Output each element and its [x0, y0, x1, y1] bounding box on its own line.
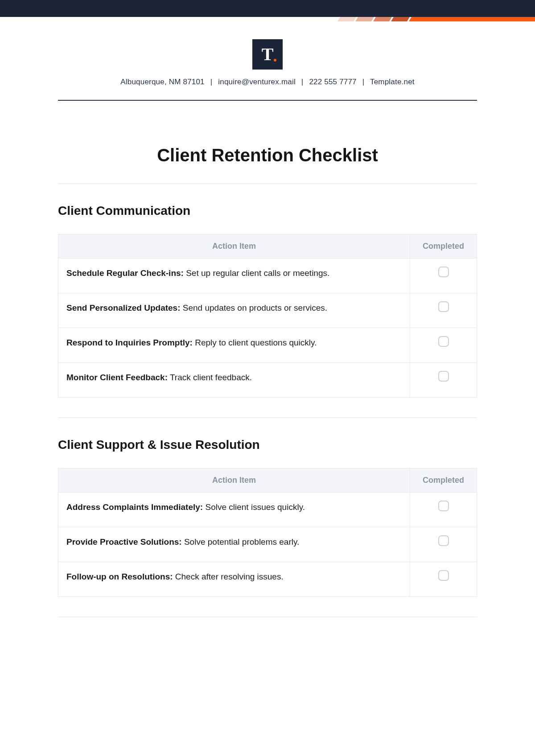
- contact-site: Template.net: [370, 78, 415, 86]
- action-item-cell: Monitor Client Feedback: Track client fe…: [58, 363, 410, 398]
- column-header-completed: Completed: [410, 234, 477, 259]
- separator-icon: |: [362, 78, 365, 86]
- action-item-cell: Send Personalized Updates: Send updates …: [58, 293, 410, 328]
- completed-cell: [410, 363, 477, 398]
- table-row: Respond to Inquiries Promptly: Reply to …: [58, 328, 477, 363]
- action-item-desc: Check after resolving issues.: [173, 572, 284, 581]
- column-header-action: Action Item: [58, 468, 410, 493]
- action-item-cell: Schedule Regular Check-ins: Set up regul…: [58, 259, 410, 293]
- checkbox[interactable]: [438, 570, 449, 581]
- separator-icon: |: [210, 78, 213, 86]
- action-item-title: Respond to Inquiries Promptly:: [66, 338, 193, 347]
- title-divider: [58, 183, 477, 184]
- checkbox[interactable]: [438, 267, 449, 277]
- document-body: T Albuquerque, NM 87101 | inquire@ventur…: [0, 17, 535, 617]
- action-item-desc: Reply to client questions quickly.: [193, 338, 317, 347]
- section-heading: Client Support & Issue Resolution: [58, 438, 477, 452]
- contact-phone: 222 555 7777: [309, 78, 356, 86]
- action-item-title: Address Complaints Immediately:: [66, 502, 203, 512]
- checklist-table: Action ItemCompletedSchedule Regular Che…: [58, 234, 477, 398]
- contact-address: Albuquerque, NM 87101: [120, 78, 205, 86]
- table-row: Send Personalized Updates: Send updates …: [58, 293, 477, 328]
- logo-letter: T: [262, 45, 274, 63]
- checkbox[interactable]: [438, 371, 449, 382]
- action-item-desc: Set up regular client calls or meetings.: [184, 268, 329, 278]
- completed-cell: [410, 293, 477, 328]
- separator-icon: |: [301, 78, 304, 86]
- action-item-title: Schedule Regular Check-ins:: [66, 268, 184, 278]
- header-bar: [0, 0, 535, 17]
- contact-email: inquire@venturex.mail: [218, 78, 296, 86]
- column-header-action: Action Item: [58, 234, 410, 259]
- action-item-title: Follow-up on Resolutions:: [66, 572, 173, 581]
- column-header-completed: Completed: [410, 468, 477, 493]
- header-rule: [58, 100, 477, 101]
- action-item-cell: Follow-up on Resolutions: Check after re…: [58, 562, 410, 597]
- brand-logo: T: [252, 39, 283, 70]
- action-item-title: Send Personalized Updates:: [66, 303, 181, 312]
- checkbox[interactable]: [438, 301, 449, 312]
- action-item-title: Provide Proactive Solutions:: [66, 537, 182, 546]
- completed-cell: [410, 328, 477, 363]
- action-item-desc: Solve client issues quickly.: [203, 502, 305, 512]
- section-divider: [58, 616, 477, 617]
- table-row: Schedule Regular Check-ins: Set up regul…: [58, 259, 477, 293]
- completed-cell: [410, 493, 477, 527]
- action-item-cell: Address Complaints Immediately: Solve cl…: [58, 493, 410, 527]
- table-row: Follow-up on Resolutions: Check after re…: [58, 562, 477, 597]
- contact-line: Albuquerque, NM 87101 | inquire@venturex…: [58, 78, 477, 86]
- checkbox[interactable]: [438, 501, 449, 511]
- page-title: Client Retention Checklist: [58, 145, 477, 165]
- action-item-desc: Solve potential problems early.: [182, 537, 300, 546]
- action-item-title: Monitor Client Feedback:: [66, 373, 168, 382]
- table-row: Monitor Client Feedback: Track client fe…: [58, 363, 477, 398]
- table-row: Address Complaints Immediately: Solve cl…: [58, 493, 477, 527]
- header-accent: [339, 17, 535, 21]
- action-item-cell: Provide Proactive Solutions: Solve poten…: [58, 527, 410, 562]
- checkbox[interactable]: [438, 535, 449, 546]
- section-divider: [58, 417, 477, 418]
- table-row: Provide Proactive Solutions: Solve poten…: [58, 527, 477, 562]
- action-item-cell: Respond to Inquiries Promptly: Reply to …: [58, 328, 410, 363]
- action-item-desc: Send updates on products or services.: [181, 303, 328, 312]
- completed-cell: [410, 259, 477, 293]
- completed-cell: [410, 562, 477, 597]
- action-item-desc: Track client feedback.: [168, 373, 252, 382]
- checkbox[interactable]: [438, 336, 449, 347]
- section-heading: Client Communication: [58, 204, 477, 218]
- checklist-table: Action ItemCompletedAddress Complaints I…: [58, 468, 477, 597]
- completed-cell: [410, 527, 477, 562]
- logo-dot-icon: [274, 59, 276, 62]
